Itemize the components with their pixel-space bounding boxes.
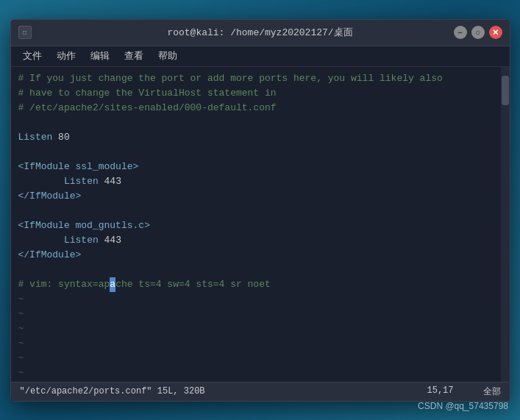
code-line [18, 204, 502, 218]
close-button[interactable]: ✕ [489, 26, 502, 39]
code-line: <IfModule ssl_module> [18, 160, 502, 174]
tilde-line: ~ [18, 351, 502, 366]
desktop: ☐ root@kali: /home/myz20202127/桌面 − ○ ✕ … [0, 0, 520, 420]
tilde-line: ~ [18, 307, 502, 321]
menu-edit[interactable]: 编辑 [85, 48, 115, 64]
code-line: Listen 443 [18, 174, 502, 189]
code-line: # have to change the VirtualHost stateme… [18, 86, 502, 101]
menu-action[interactable]: 动作 [51, 48, 82, 64]
terminal-icon: ☐ [18, 26, 32, 39]
editor-scroll: # If you just change the port or add mor… [18, 71, 502, 377]
menu-help[interactable]: 帮助 [152, 48, 183, 64]
code-line: # /etc/apache2/sites-enabled/000-default… [18, 101, 502, 115]
menu-bar: 文件 动作 编辑 查看 帮助 [11, 46, 510, 67]
menu-view[interactable]: 查看 [118, 48, 149, 64]
code-line: </IfModule> [18, 248, 502, 263]
code-line: </IfModule> [18, 189, 502, 204]
code-line: <IfModule mod_gnutls.c> [18, 218, 502, 233]
code-line [18, 263, 502, 277]
file-info: "/etc/apache2/ports.conf" 15L, 320B [20, 386, 205, 396]
cursor-position: 15,17 [427, 385, 453, 398]
window-title: root@kali: /home/myz20202127/桌面 [167, 26, 352, 39]
editor-area[interactable]: # If you just change the port or add mor… [11, 67, 510, 382]
title-bar: ☐ root@kali: /home/myz20202127/桌面 − ○ ✕ [11, 20, 510, 46]
status-bar: "/etc/apache2/ports.conf" 15L, 320B 15,1… [11, 382, 510, 401]
code-line [18, 115, 502, 130]
maximize-button[interactable]: ○ [471, 26, 485, 39]
tilde-line: ~ [18, 321, 502, 336]
status-right: 15,17 全部 [427, 385, 500, 398]
code-line: Listen 443 [18, 233, 502, 248]
minimize-button[interactable]: − [454, 26, 467, 39]
scroll-position: 全部 [483, 385, 501, 398]
code-line: # If you just change the port or add mor… [18, 71, 502, 86]
scrollbar[interactable] [501, 67, 510, 382]
terminal-window: ☐ root@kali: /home/myz20202127/桌面 − ○ ✕ … [10, 19, 510, 402]
watermark: CSDN @qq_57435798 [418, 401, 508, 411]
tilde-line: ~ [18, 292, 502, 307]
title-bar-left: ☐ [18, 26, 32, 39]
tilde-line: ~ [18, 366, 502, 377]
code-line-cursor: # vim: syntax=apache ts=4 sw=4 sts=4 sr … [18, 277, 502, 292]
scrollbar-thumb[interactable] [502, 76, 509, 105]
code-line: Listen 80 [18, 130, 502, 145]
code-line [18, 145, 502, 160]
tilde-line: ~ [18, 336, 502, 351]
window-controls: − ○ ✕ [454, 26, 502, 39]
menu-file[interactable]: 文件 [17, 48, 48, 64]
